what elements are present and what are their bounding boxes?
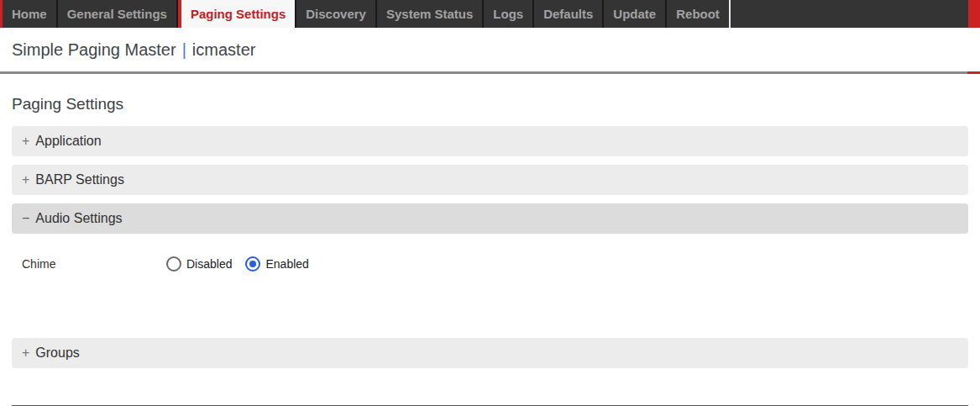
chime-enabled-label: Enabled <box>265 257 308 271</box>
header-divider-bar <box>0 71 967 74</box>
app-title: Simple Paging Master <box>12 40 176 60</box>
section-groups-label: Groups <box>35 345 79 361</box>
expand-plus-icon: + <box>22 172 29 187</box>
nav-spacer <box>731 0 968 28</box>
hostname: icmaster <box>192 40 256 60</box>
tab-logs[interactable]: Logs <box>484 0 534 28</box>
tab-reboot[interactable]: Reboot <box>667 0 731 28</box>
tab-paging-settings[interactable]: Paging Settings <box>178 0 296 28</box>
section-barp-label: BARP Settings <box>35 172 124 187</box>
app-header: Simple Paging Master | icmaster <box>0 28 980 71</box>
section-barp-settings[interactable]: + BARP Settings <box>12 165 968 195</box>
tab-discovery[interactable]: Discovery <box>296 0 377 28</box>
header-divider-red-tip <box>967 71 980 74</box>
chime-radio-group: Disabled Enabled <box>166 256 322 272</box>
collapse-minus-icon: − <box>22 211 29 226</box>
tab-system-status[interactable]: System Status <box>377 0 484 28</box>
radio-unselected-icon[interactable] <box>166 256 181 272</box>
tab-home[interactable]: Home <box>3 0 58 28</box>
section-audio-label: Audio Settings <box>35 211 122 226</box>
header-divider <box>0 71 980 74</box>
app-title-separator: | <box>176 40 192 60</box>
chime-disabled-label: Disabled <box>186 257 232 271</box>
chime-label: Chime <box>22 257 166 271</box>
chime-field-row: Chime Disabled Enabled <box>22 252 968 276</box>
section-application[interactable]: + Application <box>12 126 968 156</box>
tab-general-settings[interactable]: General Settings <box>58 0 178 28</box>
nav-right-red-accent <box>968 0 980 28</box>
section-gap <box>12 307 968 338</box>
expand-plus-icon: + <box>22 134 29 149</box>
section-audio-settings[interactable]: − Audio Settings <box>12 203 968 234</box>
main-content: Paging Settings + Application + BARP Set… <box>0 94 980 406</box>
radio-selected-icon[interactable] <box>245 256 260 272</box>
tab-defaults[interactable]: Defaults <box>534 0 604 28</box>
audio-settings-body: Chime Disabled Enabled <box>12 234 968 307</box>
page-title: Paging Settings <box>12 94 968 114</box>
section-groups[interactable]: + Groups <box>12 338 968 368</box>
top-nav: Home General Settings Paging Settings Di… <box>0 0 980 28</box>
chime-option-disabled[interactable]: Disabled <box>166 256 232 272</box>
section-application-label: Application <box>35 134 101 149</box>
expand-plus-icon: + <box>22 345 29 361</box>
chime-option-enabled[interactable]: Enabled <box>245 256 308 272</box>
tab-update[interactable]: Update <box>604 0 667 28</box>
